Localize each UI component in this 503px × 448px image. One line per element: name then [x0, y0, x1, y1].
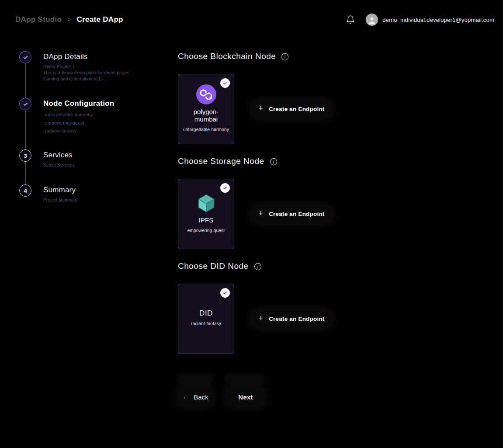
breadcrumb: DApp Studio > Create DApp [15, 15, 123, 24]
step-detail-line: empowering-quest [45, 119, 114, 127]
step-details: Project summary [43, 197, 77, 203]
plus-icon: + [258, 209, 263, 218]
stepper-step-services[interactable]: 3 Services Select Services [19, 149, 75, 168]
did-node-card[interactable]: DID radiant-fantasy [178, 284, 234, 354]
step-title: DApp Details [43, 52, 133, 61]
user-email: demo_individual.developer1@yopmail.com [382, 17, 494, 23]
selected-check-icon [220, 78, 230, 88]
stepper-step-dapp-details[interactable]: DApp Details Demo Project 1 This is a de… [19, 51, 133, 82]
breadcrumb-separator: > [67, 15, 71, 24]
step-details: unforgettable-harmony empowering-quest r… [43, 111, 114, 135]
node-card-sublabel: unforgettable-harmony [183, 125, 229, 134]
info-icon[interactable] [270, 158, 278, 166]
section-heading: Choose Blockchain Node [178, 51, 458, 62]
ghost-button-shape [178, 375, 213, 383]
stepper-step-node-configuration[interactable]: Node Configuration unforgettable-harmony… [19, 98, 114, 135]
step-number-badge: 4 [19, 184, 31, 197]
step-detail-line: Project summary [43, 197, 77, 203]
info-icon[interactable] [254, 263, 262, 271]
step-detail-line: radiant-fantasy [45, 127, 114, 135]
next-button[interactable]: Next [226, 387, 265, 406]
next-label: Next [238, 393, 253, 401]
create-endpoint-label: Create an Endpoint [269, 316, 324, 322]
step-number-badge: 3 [19, 149, 31, 162]
step-details: Select Services [43, 162, 75, 168]
user-avatar-icon [366, 14, 378, 26]
section-heading-text: Choose DID Node [178, 261, 249, 271]
breadcrumb-parent[interactable]: DApp Studio [15, 15, 62, 24]
create-endpoint-button[interactable]: + Create an Endpoint [252, 206, 331, 222]
ipfs-icon [196, 193, 217, 214]
account-menu[interactable]: demo_individual.developer1@yopmail.com [366, 14, 494, 26]
selected-check-icon [220, 288, 230, 298]
node-card-sublabel: empowering-quest [187, 226, 225, 235]
step-details: Demo Project 1 This is a demo descriptio… [43, 64, 133, 82]
section-heading-text: Choose Storage Node [178, 156, 264, 166]
node-card-label: polygon-mumbai [182, 108, 230, 123]
back-button[interactable]: ← Back [178, 387, 213, 406]
step-detail-line: unforgettable-harmony [45, 111, 114, 119]
top-header: DApp Studio > Create DApp demo_individua… [0, 0, 503, 32]
plus-icon: + [258, 104, 263, 113]
step-detail-line: Select Services [43, 162, 75, 168]
section-heading-text: Choose Blockchain Node [178, 52, 276, 61]
node-card-label: DID [199, 309, 213, 317]
wizard-footer: ← Back Next [178, 375, 458, 406]
create-endpoint-button[interactable]: + Create an Endpoint [252, 311, 331, 327]
header-actions: demo_individual.developer1@yopmail.com [346, 14, 494, 26]
step-title: Summary [43, 186, 77, 194]
step-title: Services [43, 151, 75, 160]
section-heading: Choose DID Node [178, 261, 458, 271]
step-detail-line: Gaming and Entertainment,E-... [43, 76, 133, 82]
blockchain-node-section: Choose Blockchain Node polyg [178, 51, 458, 144]
plus-icon: + [258, 314, 263, 323]
ghost-button-shapes [178, 375, 458, 383]
step-detail-line: This is a demo description for demo proj… [43, 70, 133, 76]
bell-icon[interactable] [346, 14, 355, 25]
storage-node-section: Choose Storage Node [178, 156, 458, 249]
step-detail-line: Demo Project 1 [43, 64, 133, 70]
create-endpoint-button[interactable]: + Create an Endpoint [252, 101, 331, 118]
storage-node-card[interactable]: IPFS empowering-quest [178, 179, 234, 249]
selected-check-icon [220, 183, 230, 193]
create-endpoint-label: Create an Endpoint [269, 106, 324, 112]
step-complete-check-icon [19, 98, 31, 110]
step-complete-check-icon [19, 51, 31, 63]
back-arrow-icon: ← [183, 393, 190, 401]
did-node-section: Choose DID Node DID radiant-fantasy + Cr… [178, 261, 458, 354]
ghost-button-shape [226, 375, 264, 383]
blockchain-node-card[interactable]: polygon-mumbai unforgettable-harmony [178, 74, 234, 144]
step-title: Node Configuration [43, 99, 114, 108]
node-card-label: IPFS [199, 216, 213, 224]
stepper-step-summary[interactable]: 4 Summary Project summary [19, 184, 77, 203]
back-label: Back [194, 393, 208, 401]
section-heading: Choose Storage Node [178, 156, 458, 167]
create-endpoint-label: Create an Endpoint [269, 211, 324, 217]
polygon-icon [196, 84, 216, 104]
node-configuration-panel: Choose Blockchain Node polyg [178, 51, 458, 406]
info-icon[interactable] [281, 53, 289, 61]
node-card-sublabel: radiant-fantasy [191, 319, 221, 328]
breadcrumb-current: Create DApp [77, 15, 123, 24]
wizard-stepper: DApp Details Demo Project 1 This is a de… [19, 51, 163, 235]
